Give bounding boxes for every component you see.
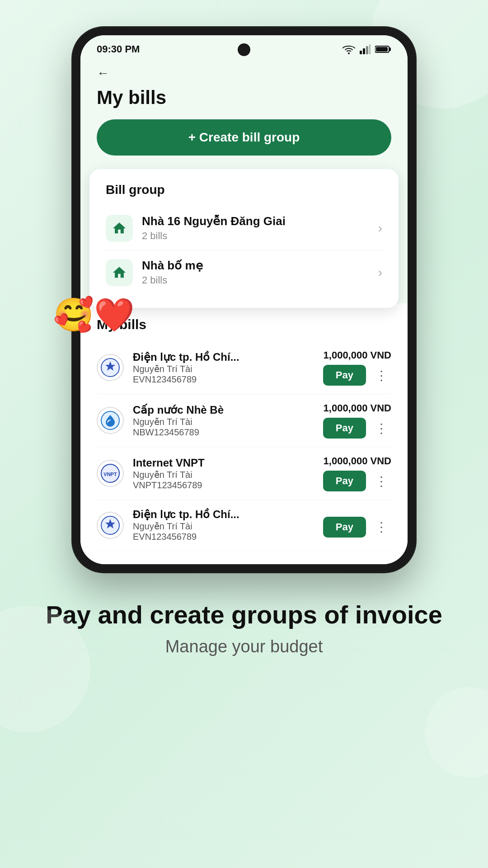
wifi-icon [343, 44, 355, 54]
bill-right: 1,000,000 VND Pay ⋮ [323, 349, 391, 386]
svg-rect-5 [389, 47, 391, 51]
my-bills-section-title: My bills [97, 317, 391, 332]
bill-info: Điện lực tp. Hồ Chí... Nguyễn Trí Tài EV… [133, 351, 323, 385]
bill-actions: Pay ⋮ [323, 418, 391, 439]
svg-rect-3 [369, 44, 371, 54]
bill-amount: 1,000,000 VND [324, 455, 391, 467]
evn-logo-icon [100, 515, 120, 535]
pay-button[interactable]: Pay [323, 517, 366, 538]
my-bills-section: My bills Điện lực tp. Hồ Chí... Nguyễn T… [80, 303, 408, 564]
more-options-button[interactable]: ⋮ [371, 366, 391, 385]
emoji-decoration: 🥰❤️ [53, 298, 135, 331]
pay-button[interactable]: Pay [323, 365, 366, 386]
bill-name: Internet VNPT [133, 457, 323, 469]
bill-name: Cấp nước Nhè Bè [133, 404, 323, 416]
house-icon-wrap [106, 259, 133, 286]
bill-amount: 1,000,000 VND [324, 349, 391, 361]
evn-logo [97, 354, 124, 381]
pay-button[interactable]: Pay [323, 418, 366, 439]
bill-user: Nguyễn Trí Tài [133, 416, 323, 427]
bottom-subtext: Manage your budget [27, 637, 461, 656]
house-icon-wrap [106, 215, 133, 242]
status-time: 09:30 PM [97, 43, 140, 55]
app-header: ← My bills + Create bill group [80, 59, 408, 169]
bill-info: Cấp nước Nhè Bè Nguyễn Trí Tài NBW123456… [133, 404, 323, 438]
signal-icon [360, 44, 371, 54]
bill-group-count: 2 bills [142, 274, 378, 286]
bill-item: Điện lực tp. Hồ Chí... Nguyễn Trí Tài EV… [97, 500, 391, 551]
bill-info: Điện lực tp. Hồ Chí... Nguyễn Trí Tài EV… [133, 508, 323, 542]
svg-rect-6 [376, 47, 388, 52]
bill-group-item[interactable]: Nhà 16 Nguyễn Đăng Giai 2 bills › [106, 206, 382, 250]
bill-name: Điện lực tp. Hồ Chí... [133, 351, 323, 363]
back-button[interactable]: ← [97, 66, 109, 80]
bill-code: NBW123456789 [133, 427, 323, 438]
bill-item: Cấp nước Nhè Bè Nguyễn Trí Tài NBW123456… [97, 394, 391, 447]
more-options-button[interactable]: ⋮ [371, 472, 391, 491]
bottom-headline: Pay and create groups of invoice [27, 599, 461, 630]
bill-item: Điện lực tp. Hồ Chí... Nguyễn Trí Tài EV… [97, 341, 391, 394]
bill-group-name: Nhà 16 Nguyễn Đăng Giai [142, 214, 378, 228]
battery-icon [375, 45, 391, 53]
svg-text:VNPT: VNPT [103, 472, 117, 477]
vnpt-logo: VNPT [97, 460, 124, 487]
bill-group-card: Bill group Nhà 16 Nguyễn Đăng Giai 2 bil… [89, 169, 399, 308]
evn-logo [97, 512, 124, 539]
bill-actions: Pay ⋮ [323, 517, 391, 538]
bill-group-count: 2 bills [142, 230, 378, 242]
status-icons [343, 44, 391, 54]
bill-name: Điện lực tp. Hồ Chí... [133, 508, 323, 521]
vnpt-logo-icon: VNPT [100, 463, 120, 483]
bill-user: Nguyễn Trí Tài [133, 521, 323, 532]
bill-right: 1,000,000 VND Pay ⋮ [323, 402, 391, 439]
house-icon [112, 265, 127, 280]
chevron-right-icon: › [378, 221, 382, 236]
pay-button[interactable]: Pay [323, 471, 366, 491]
bill-code: EVN123456789 [133, 532, 323, 542]
bill-group-item[interactable]: Nhà bố mẹ 2 bills › [106, 250, 382, 294]
bill-group-name: Nhà bố mẹ [142, 259, 378, 273]
bill-group-card-title: Bill group [106, 183, 382, 197]
bill-info: Internet VNPT Nguyễn Trí Tài VNPT1234567… [133, 457, 323, 491]
evn-logo-icon [100, 358, 120, 377]
water-logo-icon [100, 410, 120, 430]
more-options-button[interactable]: ⋮ [371, 419, 391, 438]
bill-user: Nguyễn Trí Tài [133, 363, 323, 374]
bill-amount: 1,000,000 VND [324, 402, 391, 414]
bill-group-info: Nhà bố mẹ 2 bills [142, 259, 378, 286]
bill-right: Pay ⋮ [323, 513, 391, 538]
bill-group-info: Nhà 16 Nguyễn Đăng Giai 2 bills [142, 214, 378, 242]
water-logo [97, 407, 124, 434]
svg-rect-2 [366, 46, 368, 54]
camera-notch [238, 43, 250, 56]
more-options-button[interactable]: ⋮ [371, 518, 391, 536]
bill-actions: Pay ⋮ [323, 365, 391, 386]
house-icon [112, 221, 127, 236]
svg-rect-0 [360, 51, 362, 54]
bill-right: 1,000,000 VND Pay ⋮ [323, 455, 391, 491]
bill-item: VNPT Internet VNPT Nguyễn Trí Tài VNPT12… [97, 447, 391, 500]
bill-code: EVN123456789 [133, 374, 323, 385]
bill-user: Nguyễn Trí Tài [133, 469, 323, 480]
bill-code: VNPT123456789 [133, 480, 323, 491]
create-bill-group-button[interactable]: + Create bill group [97, 119, 391, 156]
bill-actions: Pay ⋮ [323, 471, 391, 491]
svg-rect-1 [363, 48, 365, 54]
chevron-right-icon: › [378, 265, 382, 280]
page-title: My bills [97, 87, 391, 108]
